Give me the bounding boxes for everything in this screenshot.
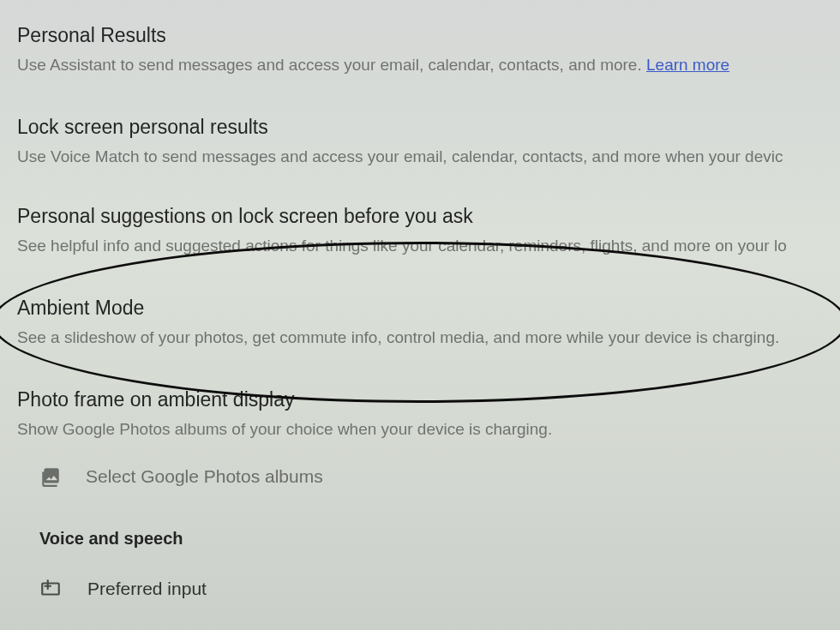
- setting-preferred-input[interactable]: Preferred input: [17, 578, 823, 600]
- photos-icon: [39, 465, 62, 488]
- select-photos-label: Select Google Photos albums: [86, 466, 323, 487]
- setting-desc: See helpful info and suggested actions f…: [17, 235, 823, 257]
- input-icon: [39, 578, 62, 600]
- setting-title: Personal Results: [17, 24, 823, 47]
- setting-title: Lock screen personal results: [17, 116, 823, 139]
- setting-personal-suggestions[interactable]: Personal suggestions on lock screen befo…: [17, 205, 823, 257]
- setting-title: Personal suggestions on lock screen befo…: [17, 205, 823, 228]
- setting-desc: Use Voice Match to send messages and acc…: [17, 146, 823, 168]
- learn-more-link[interactable]: Learn more: [646, 56, 729, 74]
- setting-desc: Use Assistant to send messages and acces…: [17, 54, 823, 76]
- svg-rect-0: [42, 584, 59, 595]
- section-voice-speech: Voice and speech: [17, 529, 823, 549]
- setting-title: Ambient Mode: [17, 297, 823, 320]
- setting-photo-frame[interactable]: Photo frame on ambient display Show Goog…: [17, 388, 823, 441]
- select-photos-row[interactable]: Select Google Photos albums: [17, 465, 823, 488]
- setting-lock-screen-personal[interactable]: Lock screen personal results Use Voice M…: [17, 116, 823, 168]
- preferred-input-label: Preferred input: [87, 579, 207, 599]
- setting-title: Photo frame on ambient display: [17, 388, 823, 411]
- desc-text: Use Assistant to send messages and acces…: [17, 56, 646, 74]
- setting-personal-results[interactable]: Personal Results Use Assistant to send m…: [17, 24, 823, 76]
- setting-desc: See a slideshow of your photos, get comm…: [17, 327, 823, 349]
- setting-ambient-mode[interactable]: Ambient Mode See a slideshow of your pho…: [17, 297, 823, 349]
- setting-desc: Show Google Photos albums of your choice…: [17, 418, 823, 441]
